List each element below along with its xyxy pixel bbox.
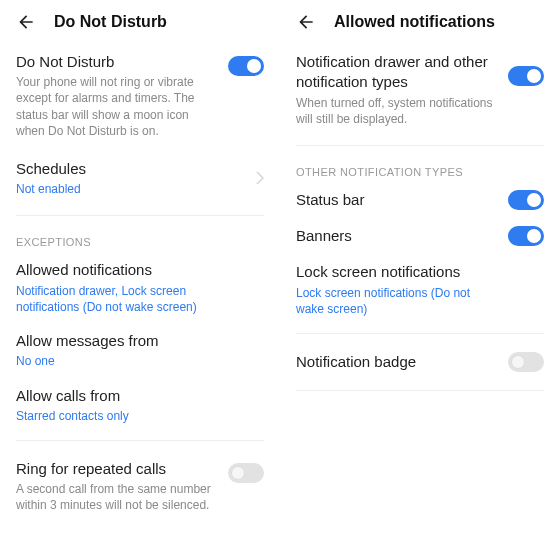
row-value: No one [16,353,264,369]
divider [16,215,264,216]
row-value: Notification drawer, Lock screen notific… [16,283,264,315]
row-value: Not enabled [16,181,264,197]
row-subtitle: A second call from the same number withi… [16,481,264,513]
notification-badge-row[interactable]: Notification badge [280,342,560,382]
banners-toggle[interactable] [508,226,544,246]
allow-messages-row[interactable]: Allow messages from No one [0,323,280,377]
allowed-notifications-pane: Allowed notifications Notification drawe… [280,0,560,535]
row-value: Starred contacts only [16,408,264,424]
row-title: Notification drawer and other notificati… [296,52,544,93]
schedules-row[interactable]: Schedules Not enabled [0,149,280,207]
section-exceptions-label: Exceptions [0,224,280,252]
row-title: Banners [296,226,544,246]
do-not-disturb-pane: Do Not Disturb Do Not Disturb Your phone… [0,0,280,535]
row-title: Notification badge [296,352,544,372]
row-title: Allow calls from [16,386,264,406]
row-title: Status bar [296,190,544,210]
page-title: Allowed notifications [334,13,495,31]
divider [296,333,544,334]
ring-repeated-toggle[interactable] [228,463,264,483]
row-title: Ring for repeated calls [16,459,264,479]
header: Allowed notifications [280,0,560,42]
divider [16,440,264,441]
row-title: Lock screen notifications [296,262,544,282]
silence-media-row[interactable]: Silence media when Do Not Disturb is on [0,524,280,535]
chevron-right-icon [256,171,264,185]
ring-repeated-row[interactable]: Ring for repeated calls A second call fr… [0,449,280,524]
lock-screen-row[interactable]: Lock screen notifications Lock screen no… [280,254,560,325]
banners-row[interactable]: Banners [280,218,560,254]
notification-badge-toggle[interactable] [508,352,544,372]
row-value: Lock screen notifications (Do not wake s… [296,285,544,317]
row-subtitle: When turned off, system notifications wi… [296,95,544,127]
back-arrow-icon[interactable] [16,12,36,32]
allowed-notifications-row[interactable]: Allowed notifications Notification drawe… [0,252,280,323]
row-title: Allow messages from [16,331,264,351]
header: Do Not Disturb [0,0,280,42]
divider [296,145,544,146]
section-other-label: Other notification types [280,154,560,182]
row-title: Allowed notifications [16,260,264,280]
do-not-disturb-toggle[interactable] [228,56,264,76]
page-title: Do Not Disturb [54,13,167,31]
status-bar-toggle[interactable] [508,190,544,210]
allow-calls-row[interactable]: Allow calls from Starred contacts only [0,378,280,432]
row-title: Do Not Disturb [16,52,264,72]
notification-drawer-row[interactable]: Notification drawer and other notificati… [280,42,560,137]
status-bar-row[interactable]: Status bar [280,182,560,218]
row-title: Schedules [16,159,264,179]
row-subtitle: Your phone will not ring or vibrate exce… [16,74,264,139]
do-not-disturb-row[interactable]: Do Not Disturb Your phone will not ring … [0,42,280,149]
back-arrow-icon[interactable] [296,12,316,32]
notification-drawer-toggle[interactable] [508,66,544,86]
divider [296,390,544,391]
